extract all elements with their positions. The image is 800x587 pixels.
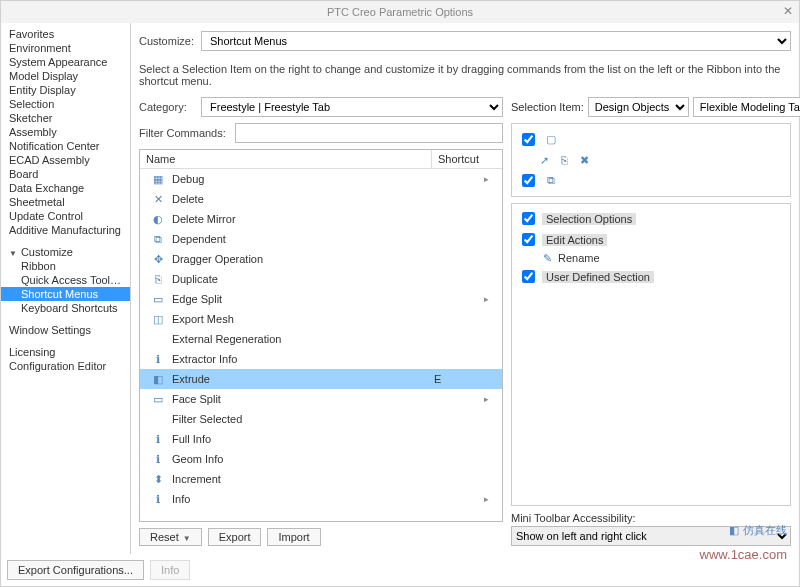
command-name: Debug (172, 173, 434, 185)
command-name: Edge Split (172, 293, 434, 305)
sidebar-item[interactable]: Board (1, 167, 130, 181)
selection-item-label: Selection Item: (511, 101, 584, 113)
commands-column: Category: Freestyle | Freestyle Tab Filt… (139, 97, 503, 546)
chevron-down-icon: ▼ (183, 534, 191, 543)
command-shortcut: E (434, 373, 484, 385)
help-text: Select a Selection Item on the right to … (139, 63, 791, 87)
export-button[interactable]: Export (208, 528, 262, 546)
copy2-icon[interactable]: ⧉ (544, 174, 558, 188)
sidebar-item-shortcut-menus[interactable]: Shortcut Menus (1, 287, 130, 301)
selection-tab-select[interactable]: Flexible Modeling Tab (693, 97, 800, 117)
body: Favorites Environment System Appearance … (1, 23, 799, 554)
command-name: Delete Mirror (172, 213, 434, 225)
command-item[interactable]: ▭Face Split▸ (140, 389, 502, 409)
section-user-defined[interactable]: User Defined Section (542, 271, 654, 283)
customize-label: Customize: (139, 35, 201, 47)
submenu-icon: ▸ (484, 174, 498, 184)
category-label: Category: (139, 101, 201, 113)
close-icon[interactable]: ✕ (783, 4, 793, 18)
command-item[interactable]: Filter Selected (140, 409, 502, 429)
command-item[interactable]: ▦Debug▸ (140, 169, 502, 189)
command-item[interactable]: ℹFull Info (140, 429, 502, 449)
category-select[interactable]: Freestyle | Freestyle Tab (201, 97, 503, 117)
submenu-icon: ▸ (484, 494, 498, 504)
toolbar-row1-checkbox[interactable] (522, 133, 535, 146)
command-item[interactable]: ✥Dragger Operation (140, 249, 502, 269)
command-name: Duplicate (172, 273, 434, 285)
command-item[interactable]: ⬍Increment (140, 469, 502, 489)
sidebar-item-config-editor[interactable]: Configuration Editor (1, 359, 130, 373)
customize-select[interactable]: Shortcut Menus (201, 31, 791, 51)
command-icon: ⎘ (150, 271, 166, 287)
delete-icon[interactable]: ✖ (577, 153, 591, 167)
command-name: Extrude (172, 373, 434, 385)
sidebar-item[interactable]: Assembly (1, 125, 130, 139)
copy-icon[interactable]: ⎘ (557, 153, 571, 167)
command-icon: ℹ (150, 431, 166, 447)
sidebar-customize-header[interactable]: Customize (1, 245, 130, 259)
sidebar-item[interactable]: System Appearance (1, 55, 130, 69)
section-selection-options[interactable]: Selection Options (542, 213, 636, 225)
sidebar-item[interactable]: Notification Center (1, 139, 130, 153)
sidebar-item[interactable]: Data Exchange (1, 181, 130, 195)
command-item[interactable]: ✕Delete (140, 189, 502, 209)
import-button[interactable]: Import (267, 528, 320, 546)
window-title: PTC Creo Parametric Options (327, 6, 473, 18)
command-item[interactable]: ℹGeom Info (140, 449, 502, 469)
command-item[interactable]: ℹExtractor Info (140, 349, 502, 369)
toolbar-row2-checkbox[interactable] (522, 174, 535, 187)
command-icon (150, 411, 166, 427)
sidebar-item[interactable]: ECAD Assembly (1, 153, 130, 167)
selection-item-select[interactable]: Design Objects (588, 97, 689, 117)
sidebar-item-licensing[interactable]: Licensing (1, 345, 130, 359)
command-name: Face Split (172, 393, 434, 405)
sidebar-item[interactable]: Sheetmetal (1, 195, 130, 209)
col-shortcut: Shortcut (432, 150, 502, 168)
sidebar-item-keyboard[interactable]: Keyboard Shortcuts (1, 301, 130, 315)
command-item[interactable]: ◧ExtrudeE (140, 369, 502, 389)
info-button: Info (150, 560, 190, 580)
sidebar-item[interactable]: Favorites (1, 27, 130, 41)
command-item[interactable]: ⧉Dependent (140, 229, 502, 249)
section-edit-actions[interactable]: Edit Actions (542, 234, 607, 246)
mini-toolbar-preview: ▢ ➚ ⎘ ✖ ⧉ (511, 123, 791, 197)
command-icon: ▦ (150, 171, 166, 187)
footer: Export Configurations... Info (1, 554, 799, 586)
command-item[interactable]: External Regeneration (140, 329, 502, 349)
sidebar-item[interactable]: Selection (1, 97, 130, 111)
section-checkbox[interactable] (522, 270, 535, 283)
command-item[interactable]: ▭Edge Split▸ (140, 289, 502, 309)
command-icon: ⬍ (150, 471, 166, 487)
sidebar-item[interactable]: Update Control (1, 209, 130, 223)
command-item[interactable]: ⎘Duplicate (140, 269, 502, 289)
reset-button[interactable]: Reset▼ (139, 528, 202, 546)
sidebar-item[interactable]: Environment (1, 41, 130, 55)
col-name: Name (140, 150, 432, 168)
sidebar-item[interactable]: Model Display (1, 69, 130, 83)
command-list[interactable]: Name Shortcut ▦Debug▸✕Delete◐Delete Mirr… (139, 149, 503, 522)
sidebar-item[interactable]: Entity Display (1, 83, 130, 97)
rename-icon: ✎ (540, 251, 554, 265)
command-name: Increment (172, 473, 434, 485)
section-checkbox[interactable] (522, 212, 535, 225)
export-configurations-button[interactable]: Export Configurations... (7, 560, 144, 580)
command-list-header: Name Shortcut (140, 150, 502, 169)
mini-select[interactable]: Show on left and right click (511, 526, 791, 546)
sidebar-item-window-settings[interactable]: Window Settings (1, 323, 130, 337)
command-item[interactable]: ◫Export Mesh (140, 309, 502, 329)
sidebar-item[interactable]: Sketcher (1, 111, 130, 125)
sidebar-item-qat[interactable]: Quick Access Toolbar (1, 273, 130, 287)
command-item[interactable]: ℹInfo▸ (140, 489, 502, 509)
section-checkbox[interactable] (522, 233, 535, 246)
command-name: Geom Info (172, 453, 434, 465)
arrow-icon[interactable]: ➚ (537, 153, 551, 167)
sidebar-item[interactable]: Additive Manufacturing (1, 223, 130, 237)
main-panel: Customize: Shortcut Menus Select a Selec… (131, 23, 799, 554)
command-icon: ◧ (150, 371, 166, 387)
submenu-icon: ▸ (484, 294, 498, 304)
sidebar: Favorites Environment System Appearance … (1, 23, 131, 554)
sidebar-item-ribbon[interactable]: Ribbon (1, 259, 130, 273)
tree-item-rename[interactable]: Rename (558, 252, 600, 264)
filter-input[interactable] (235, 123, 503, 143)
command-item[interactable]: ◐Delete Mirror (140, 209, 502, 229)
